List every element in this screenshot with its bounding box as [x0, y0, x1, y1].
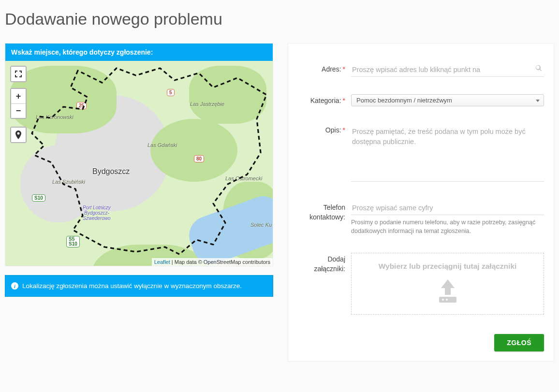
- map-header: Wskaż miejsce, którego dotyczy zgłoszeni…: [5, 44, 273, 61]
- forest-label: Las Ostromecki: [225, 175, 262, 181]
- info-alert-text: Lokalizację zgłoszenia można ustawić wył…: [22, 282, 242, 290]
- submit-row: ZGŁOŚ: [298, 334, 544, 351]
- road-shield-s5-s10: S5 S10: [66, 236, 80, 247]
- forest-label: Las Koronowski: [36, 114, 74, 120]
- phone-input[interactable]: [351, 201, 544, 215]
- attribution-text: | Map data © OpenStreetMap contributors: [170, 259, 270, 265]
- town-label: Solec Ku: [250, 222, 272, 228]
- category-row: Kategoria:* Pomoc bezdomnym / nietrzeźwy…: [298, 94, 544, 106]
- attachments-dropzone[interactable]: Wybierz lub przeciągnij tutaj załączniki: [351, 253, 544, 315]
- airport-label: Port Lotniczy Bydgoszcz- Szwederowo: [83, 205, 111, 221]
- road-shield-80: 80: [194, 155, 204, 162]
- left-column: Wskaż miejsce, którego dotyczy zgłoszeni…: [5, 43, 273, 297]
- map-viewport[interactable]: 25 5 80 S10 S5 S10 Bydgoszcz Las Jastrzę…: [5, 61, 273, 266]
- leaflet-link[interactable]: Leaflet: [154, 259, 170, 265]
- forest-label: Las Szubiński: [52, 179, 85, 185]
- address-label: Adres:*: [298, 63, 351, 74]
- zoom-control: + −: [10, 88, 27, 119]
- map-panel: Wskaż miejsce, którego dotyczy zgłoszeni…: [5, 43, 273, 266]
- info-alert: i Lokalizację zgłoszenia można ustawić w…: [5, 275, 273, 297]
- zoom-out-button[interactable]: −: [11, 103, 26, 118]
- map-attribution: Leaflet | Map data © OpenStreetMap contr…: [152, 258, 273, 266]
- address-row: Adres:*: [298, 63, 544, 77]
- category-label: Kategoria:*: [298, 94, 351, 106]
- city-label: Bydgoszcz: [92, 167, 130, 176]
- content-row: Wskaż miejsce, którego dotyczy zgłoszeni…: [5, 43, 554, 362]
- road-shield-5: 5: [167, 89, 175, 96]
- description-textarea[interactable]: [351, 124, 544, 182]
- form-panel: Adres:* Kategoria:* Pomoc bezdomnym / ni…: [288, 43, 554, 362]
- road-shield-s10: S10: [32, 194, 45, 202]
- road-shield-25: 25: [76, 102, 87, 109]
- phone-label: Telefon kontaktowy:: [298, 201, 351, 222]
- page-title: Dodawanie nowego problemu: [5, 10, 554, 29]
- address-input[interactable]: [351, 63, 544, 77]
- phone-help-text: Prosimy o podanie numeru telefonu, aby w…: [351, 218, 544, 235]
- submit-button[interactable]: ZGŁOŚ: [494, 334, 544, 351]
- svg-point-2: [446, 299, 448, 301]
- forest-label: Las Jastrzębie: [190, 101, 224, 107]
- map-forest: [150, 119, 237, 182]
- category-select[interactable]: Pomoc bezdomnym / nietrzeźwym: [351, 94, 544, 106]
- description-row: Opis:*: [298, 124, 544, 184]
- description-label: Opis:*: [298, 124, 351, 135]
- svg-point-1: [442, 299, 444, 301]
- search-icon[interactable]: [535, 65, 542, 73]
- attachments-row: Dodaj załączniki: Wybierz lub przeciągni…: [298, 253, 544, 315]
- fullscreen-icon: [11, 67, 26, 81]
- upload-icon: [356, 277, 539, 306]
- category-selected-value: Pomoc bezdomnym / nietrzeźwym: [356, 97, 452, 104]
- phone-row: Telefon kontaktowy: Prosimy o podanie nu…: [298, 201, 544, 235]
- zoom-in-button[interactable]: +: [11, 89, 26, 103]
- pin-icon: [11, 128, 26, 142]
- attachments-label: Dodaj załączniki:: [298, 253, 351, 274]
- info-icon: i: [11, 282, 18, 290]
- fullscreen-control[interactable]: [10, 66, 27, 82]
- map-forest: [189, 66, 266, 124]
- forest-label: Las Gdański: [147, 142, 177, 148]
- dropzone-text: Wybierz lub przeciągnij tutaj załączniki: [356, 262, 539, 271]
- locate-control[interactable]: [10, 127, 27, 143]
